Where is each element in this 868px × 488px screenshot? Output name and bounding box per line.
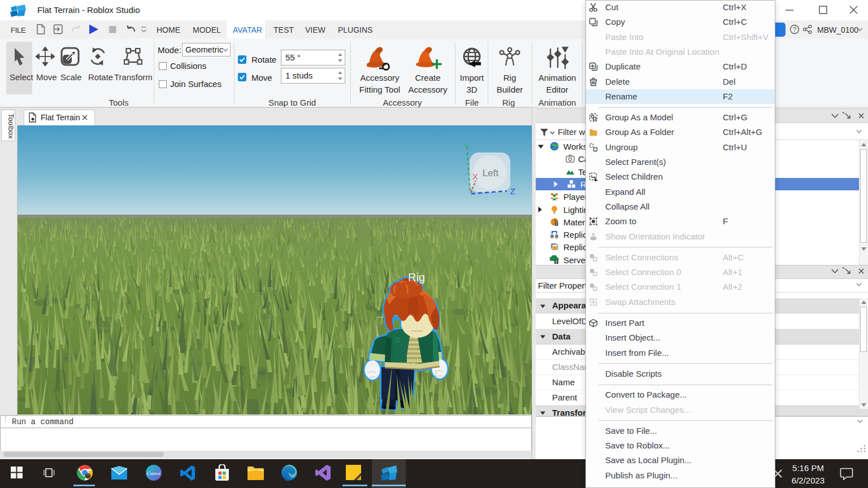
svg-text:Y: Y [465,142,470,152]
svg-text:Left: Left [483,168,499,178]
svg-text:Z: Z [510,186,515,196]
svg-text:Canva: Canva [147,470,160,476]
svg-text:X: X [472,172,478,181]
svg-text:?: ? [793,26,796,33]
svg-text:Rig: Rig [408,271,425,284]
